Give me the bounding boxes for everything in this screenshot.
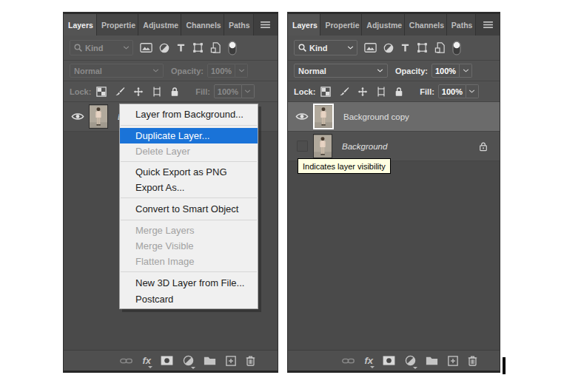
layer-thumbnail[interactable]: [313, 104, 334, 129]
eye-visibility-icon[interactable]: [68, 112, 87, 121]
layer-mask-icon[interactable]: [161, 356, 173, 365]
tab-layers[interactable]: Layers: [288, 14, 320, 36]
type-layer-filter-icon[interactable]: [400, 43, 410, 53]
fill-value[interactable]: 100%: [438, 84, 466, 98]
opacity-label: Opacity:: [395, 67, 428, 75]
opacity-dropdown[interactable]: [235, 64, 248, 78]
lock-transparency-icon[interactable]: [320, 87, 331, 97]
delete-layer-icon[interactable]: [246, 355, 255, 366]
menu-item-duplicate-layer[interactable]: Duplicate Layer...: [120, 128, 258, 143]
menu-item-merge-visible: Merge Visible: [120, 238, 258, 254]
menu-item-flatten-image: Flatten Image: [120, 254, 258, 269]
lock-all-icon[interactable]: [394, 87, 403, 97]
type-layer-filter-icon[interactable]: [176, 43, 186, 53]
menu-item-export-as[interactable]: Export As...: [120, 180, 258, 195]
blend-mode-select[interactable]: Normal: [294, 64, 388, 78]
chevron-down-icon: [377, 69, 383, 72]
tab-adjustments[interactable]: Adjustme: [138, 14, 181, 36]
filter-row: Kind: [288, 36, 500, 61]
layer-effects-fx-icon[interactable]: fx: [364, 356, 373, 365]
layer-thumbnail[interactable]: [313, 134, 332, 158]
tab-channels[interactable]: Channels: [405, 14, 447, 36]
shape-layer-filter-icon[interactable]: [417, 42, 428, 53]
lock-artboard-icon[interactable]: [152, 87, 162, 97]
opacity-value[interactable]: 100%: [431, 64, 460, 78]
new-group-icon[interactable]: [426, 356, 438, 365]
lock-paint-icon[interactable]: [115, 87, 125, 97]
smart-object-filter-icon[interactable]: [210, 42, 221, 53]
tab-properties[interactable]: Propertie: [97, 14, 138, 36]
text-cursor-artifact: [503, 357, 506, 374]
layer-filter-search[interactable]: Kind: [70, 40, 133, 55]
search-icon: [73, 43, 83, 53]
layer-thumbnail[interactable]: [89, 104, 108, 129]
layer-name[interactable]: Background copy: [343, 112, 409, 121]
tab-paths[interactable]: Paths: [447, 14, 477, 36]
menu-item-quick-export-png[interactable]: Quick Export as PNG: [120, 164, 258, 180]
fill-dropdown[interactable]: [466, 84, 479, 98]
blend-mode-select[interactable]: Normal: [70, 64, 164, 78]
link-layers-icon[interactable]: [342, 357, 355, 365]
tab-paths[interactable]: Paths: [224, 14, 254, 36]
smart-object-filter-icon[interactable]: [434, 42, 446, 53]
delete-layer-icon[interactable]: [468, 355, 477, 366]
adjustment-layer-filter-icon[interactable]: [383, 43, 394, 53]
tab-layers[interactable]: Layers: [64, 14, 97, 36]
adjustment-layer-icon[interactable]: [183, 355, 194, 366]
lock-artboard-icon[interactable]: [376, 87, 386, 97]
opacity-label: Opacity:: [171, 67, 204, 75]
pixel-layer-filter-icon[interactable]: [140, 43, 152, 53]
layer-context-menu: Layer from Background... Duplicate Layer…: [119, 104, 258, 309]
layer-row-background[interactable]: Background: [288, 132, 500, 161]
menu-separator: [121, 271, 257, 272]
panel-menu-icon[interactable]: [254, 14, 278, 36]
adjustment-layer-icon[interactable]: [405, 355, 416, 366]
lock-paint-icon[interactable]: [339, 87, 349, 97]
new-layer-icon[interactable]: [226, 356, 236, 366]
lock-move-icon[interactable]: [357, 87, 368, 97]
new-group-icon[interactable]: [204, 356, 216, 365]
fill-value[interactable]: 100%: [214, 84, 242, 98]
fill-dropdown[interactable]: [242, 84, 255, 98]
adjustment-layer-filter-icon[interactable]: [159, 43, 169, 53]
layer-mask-icon[interactable]: [383, 356, 395, 365]
new-layer-icon[interactable]: [448, 356, 458, 366]
lock-row: Lock: Fill: 100%: [64, 81, 278, 102]
shape-layer-filter-icon[interactable]: [192, 42, 204, 53]
tab-adjustments[interactable]: Adjustme: [362, 14, 404, 36]
menu-item-layer-from-background[interactable]: Layer from Background...: [120, 106, 258, 123]
opacity-dropdown[interactable]: [460, 64, 472, 78]
layer-effects-fx-icon[interactable]: fx: [142, 356, 151, 365]
lock-row: Lock: Fill: 100%: [288, 81, 500, 102]
lock-transparency-icon[interactable]: [96, 87, 107, 97]
opacity-value[interactable]: 100%: [207, 64, 235, 78]
menu-item-postcard[interactable]: Postcard: [120, 291, 258, 307]
menu-separator: [121, 220, 257, 220]
layer-filter-search[interactable]: Kind: [294, 40, 357, 55]
bottom-toolbar: fx: [288, 350, 500, 371]
filter-toggle-icon[interactable]: [452, 41, 461, 55]
filter-kind-label: Kind: [309, 44, 345, 53]
menu-item-new-3d-layer[interactable]: New 3D Layer from File...: [120, 274, 258, 291]
menu-item-delete-layer: Delete Layer: [120, 143, 258, 159]
layer-lock-icon: [479, 141, 488, 152]
tab-properties[interactable]: Propertie: [320, 14, 362, 36]
layer-name[interactable]: Background: [342, 142, 387, 151]
lock-move-icon[interactable]: [133, 87, 144, 97]
lock-all-icon[interactable]: [170, 87, 179, 97]
eye-visibility-icon[interactable]: [292, 112, 312, 121]
bottom-toolbar: fx: [64, 350, 278, 371]
layer-row-background-copy[interactable]: Background copy: [288, 102, 500, 132]
blend-row: Normal Opacity: 100%: [64, 61, 278, 81]
pixel-layer-filter-icon[interactable]: [364, 43, 377, 53]
filter-toggle-icon[interactable]: [228, 41, 237, 55]
panel-menu-icon[interactable]: [476, 14, 500, 36]
visibility-tooltip: Indicates layer visibility: [298, 158, 391, 174]
eye-visibility-toggle-empty[interactable]: [292, 141, 312, 152]
menu-separator: [121, 125, 257, 126]
menu-item-convert-smart-object[interactable]: Convert to Smart Object: [120, 200, 258, 217]
filter-kind-label: Kind: [85, 44, 121, 53]
menu-separator: [121, 161, 257, 162]
tab-channels[interactable]: Channels: [181, 14, 224, 36]
link-layers-icon[interactable]: [120, 357, 132, 365]
